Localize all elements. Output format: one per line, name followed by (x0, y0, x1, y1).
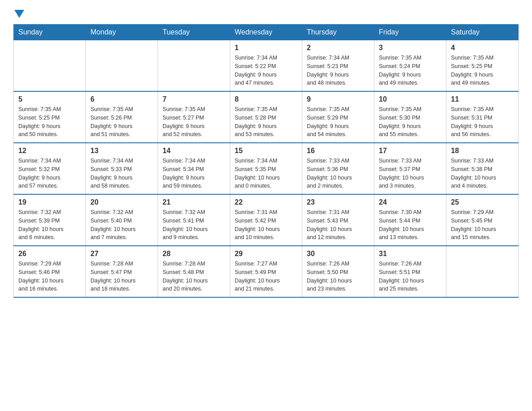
day-number: 7 (163, 95, 225, 103)
day-info: Sunrise: 7:35 AM Sunset: 5:25 PM Dayligh… (451, 54, 514, 87)
calendar-cell: 14Sunrise: 7:34 AM Sunset: 5:34 PM Dayli… (158, 143, 230, 194)
calendar-cell: 9Sunrise: 7:35 AM Sunset: 5:29 PM Daylig… (302, 91, 374, 143)
weekday-header-sunday: Sunday (14, 25, 86, 40)
calendar-cell: 13Sunrise: 7:34 AM Sunset: 5:33 PM Dayli… (86, 143, 158, 194)
day-number: 4 (451, 44, 514, 52)
day-info: Sunrise: 7:29 AM Sunset: 5:45 PM Dayligh… (451, 208, 514, 242)
calendar-cell: 15Sunrise: 7:34 AM Sunset: 5:35 PM Dayli… (230, 143, 302, 194)
day-number: 6 (90, 95, 153, 103)
calendar-cell (86, 40, 158, 92)
weekday-header-wednesday: Wednesday (230, 25, 302, 40)
logo (13, 9, 24, 20)
calendar-table: SundayMondayTuesdayWednesdayThursdayFrid… (13, 24, 519, 298)
day-info: Sunrise: 7:29 AM Sunset: 5:46 PM Dayligh… (18, 260, 81, 293)
day-info: Sunrise: 7:34 AM Sunset: 5:32 PM Dayligh… (18, 157, 81, 190)
calendar-cell: 22Sunrise: 7:31 AM Sunset: 5:42 PM Dayli… (230, 194, 302, 246)
calendar-cell: 27Sunrise: 7:28 AM Sunset: 5:47 PM Dayli… (86, 246, 158, 297)
calendar-cell: 11Sunrise: 7:35 AM Sunset: 5:31 PM Dayli… (446, 91, 519, 143)
weekday-header-tuesday: Tuesday (158, 25, 230, 40)
day-number: 16 (307, 147, 369, 155)
day-number: 13 (90, 147, 153, 155)
calendar-cell (158, 40, 230, 92)
calendar-cell: 30Sunrise: 7:26 AM Sunset: 5:50 PM Dayli… (302, 246, 374, 297)
calendar-cell: 24Sunrise: 7:30 AM Sunset: 5:44 PM Dayli… (374, 194, 446, 246)
day-number: 27 (90, 250, 153, 258)
calendar-cell: 2Sunrise: 7:34 AM Sunset: 5:23 PM Daylig… (302, 40, 374, 92)
calendar-cell: 23Sunrise: 7:31 AM Sunset: 5:43 PM Dayli… (302, 194, 374, 246)
day-info: Sunrise: 7:35 AM Sunset: 5:29 PM Dayligh… (307, 105, 369, 139)
calendar-cell: 4Sunrise: 7:35 AM Sunset: 5:25 PM Daylig… (446, 40, 519, 92)
day-number: 19 (18, 198, 81, 206)
day-info: Sunrise: 7:28 AM Sunset: 5:47 PM Dayligh… (90, 260, 153, 293)
day-info: Sunrise: 7:28 AM Sunset: 5:48 PM Dayligh… (163, 260, 225, 293)
calendar-cell: 25Sunrise: 7:29 AM Sunset: 5:45 PM Dayli… (446, 194, 519, 246)
calendar-week-row: 1Sunrise: 7:34 AM Sunset: 5:22 PM Daylig… (14, 40, 519, 92)
day-number: 30 (307, 250, 369, 258)
day-number: 8 (235, 95, 297, 103)
calendar-week-row: 5Sunrise: 7:35 AM Sunset: 5:25 PM Daylig… (14, 91, 519, 143)
day-info: Sunrise: 7:33 AM Sunset: 5:38 PM Dayligh… (451, 157, 514, 190)
calendar-week-row: 12Sunrise: 7:34 AM Sunset: 5:32 PM Dayli… (14, 143, 519, 194)
day-number: 20 (90, 198, 153, 206)
day-number: 23 (307, 198, 369, 206)
calendar-cell: 10Sunrise: 7:35 AM Sunset: 5:30 PM Dayli… (374, 91, 446, 143)
day-info: Sunrise: 7:31 AM Sunset: 5:42 PM Dayligh… (235, 208, 297, 242)
day-number: 15 (235, 147, 297, 155)
calendar-cell: 31Sunrise: 7:26 AM Sunset: 5:51 PM Dayli… (374, 246, 446, 297)
weekday-header-monday: Monday (86, 25, 158, 40)
day-number: 5 (18, 95, 81, 103)
calendar-cell: 18Sunrise: 7:33 AM Sunset: 5:38 PM Dayli… (446, 143, 519, 194)
logo-triangle-icon (14, 10, 24, 20)
day-info: Sunrise: 7:35 AM Sunset: 5:28 PM Dayligh… (235, 105, 297, 139)
day-number: 24 (379, 198, 442, 206)
day-number: 1 (235, 44, 297, 52)
day-number: 28 (163, 250, 225, 258)
calendar-cell: 8Sunrise: 7:35 AM Sunset: 5:28 PM Daylig… (230, 91, 302, 143)
day-info: Sunrise: 7:34 AM Sunset: 5:35 PM Dayligh… (235, 157, 297, 190)
calendar-cell: 16Sunrise: 7:33 AM Sunset: 5:36 PM Dayli… (302, 143, 374, 194)
calendar-cell: 3Sunrise: 7:35 AM Sunset: 5:24 PM Daylig… (374, 40, 446, 92)
calendar-cell: 26Sunrise: 7:29 AM Sunset: 5:46 PM Dayli… (14, 246, 86, 297)
day-info: Sunrise: 7:34 AM Sunset: 5:33 PM Dayligh… (90, 157, 153, 190)
calendar-cell: 21Sunrise: 7:32 AM Sunset: 5:41 PM Dayli… (158, 194, 230, 246)
weekday-header-thursday: Thursday (302, 25, 374, 40)
calendar-header-row: SundayMondayTuesdayWednesdayThursdayFrid… (14, 25, 519, 40)
day-info: Sunrise: 7:35 AM Sunset: 5:30 PM Dayligh… (379, 105, 442, 139)
day-number: 12 (18, 147, 81, 155)
weekday-header-friday: Friday (374, 25, 446, 40)
day-info: Sunrise: 7:32 AM Sunset: 5:40 PM Dayligh… (90, 208, 153, 242)
day-number: 26 (18, 250, 81, 258)
day-number: 11 (451, 95, 514, 103)
day-info: Sunrise: 7:32 AM Sunset: 5:39 PM Dayligh… (18, 208, 81, 242)
day-number: 3 (379, 44, 442, 52)
day-number: 29 (235, 250, 297, 258)
calendar-week-row: 26Sunrise: 7:29 AM Sunset: 5:46 PM Dayli… (14, 246, 519, 297)
calendar-cell: 1Sunrise: 7:34 AM Sunset: 5:22 PM Daylig… (230, 40, 302, 92)
day-number: 25 (451, 198, 514, 206)
calendar-cell: 19Sunrise: 7:32 AM Sunset: 5:39 PM Dayli… (14, 194, 86, 246)
day-info: Sunrise: 7:34 AM Sunset: 5:23 PM Dayligh… (307, 54, 369, 87)
calendar-cell: 12Sunrise: 7:34 AM Sunset: 5:32 PM Dayli… (14, 143, 86, 194)
calendar-cell: 20Sunrise: 7:32 AM Sunset: 5:40 PM Dayli… (86, 194, 158, 246)
day-info: Sunrise: 7:35 AM Sunset: 5:26 PM Dayligh… (90, 105, 153, 139)
calendar-cell (446, 246, 519, 297)
day-info: Sunrise: 7:35 AM Sunset: 5:25 PM Dayligh… (18, 105, 81, 139)
calendar-cell: 29Sunrise: 7:27 AM Sunset: 5:49 PM Dayli… (230, 246, 302, 297)
day-info: Sunrise: 7:33 AM Sunset: 5:36 PM Dayligh… (307, 157, 369, 190)
day-number: 14 (163, 147, 225, 155)
day-info: Sunrise: 7:32 AM Sunset: 5:41 PM Dayligh… (163, 208, 225, 242)
day-number: 21 (163, 198, 225, 206)
day-info: Sunrise: 7:34 AM Sunset: 5:22 PM Dayligh… (235, 54, 297, 87)
day-info: Sunrise: 7:30 AM Sunset: 5:44 PM Dayligh… (379, 208, 442, 242)
calendar-week-row: 19Sunrise: 7:32 AM Sunset: 5:39 PM Dayli… (14, 194, 519, 246)
day-number: 9 (307, 95, 369, 103)
day-number: 18 (451, 147, 514, 155)
svg-marker-0 (14, 10, 24, 18)
page-header (13, 9, 519, 20)
day-info: Sunrise: 7:35 AM Sunset: 5:27 PM Dayligh… (163, 105, 225, 139)
calendar-cell: 17Sunrise: 7:33 AM Sunset: 5:37 PM Dayli… (374, 143, 446, 194)
day-number: 22 (235, 198, 297, 206)
weekday-header-saturday: Saturday (446, 25, 519, 40)
day-info: Sunrise: 7:33 AM Sunset: 5:37 PM Dayligh… (379, 157, 442, 190)
day-number: 10 (379, 95, 442, 103)
